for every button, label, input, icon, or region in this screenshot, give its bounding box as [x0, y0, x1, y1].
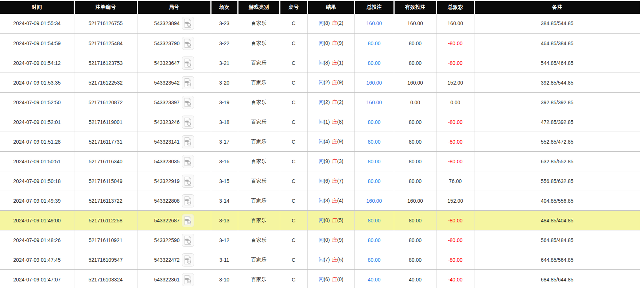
cell-remark: 552.85/472.85: [474, 132, 640, 152]
cell-time: 2024-07-09 01:53:35: [0, 73, 74, 93]
result-banker-score: (5): [337, 257, 344, 262]
cell-session: 3-23: [211, 14, 238, 34]
result-banker-score: (9): [337, 40, 344, 46]
video-replay-button[interactable]: [182, 135, 194, 148]
table-row[interactable]: 2024-07-09 01:53:35 521716122532 5433235…: [0, 73, 640, 93]
cell-total-bet-link[interactable]: 80.00: [354, 152, 394, 171]
video-replay-button[interactable]: [182, 214, 194, 227]
cell-result: 闲(7)庄(5): [307, 250, 354, 270]
cell-session: 3-18: [211, 112, 238, 132]
video-replay-icon: [183, 137, 192, 147]
result-player-score: (0): [323, 40, 330, 46]
cell-total-bet-link[interactable]: 80.00: [354, 250, 394, 270]
round-number: 543322687: [154, 218, 179, 223]
video-replay-button[interactable]: [182, 234, 194, 247]
cell-total-bet-link[interactable]: 80.00: [354, 230, 394, 250]
header-round-number: 局号: [137, 1, 211, 14]
cell-round-number: 543323246: [137, 112, 211, 132]
table-row[interactable]: 2024-07-09 01:52:50 521716120872 5433233…: [0, 93, 640, 112]
video-replay-icon: [183, 98, 192, 107]
cell-time: 2024-07-09 01:52:01: [0, 112, 74, 132]
table-row[interactable]: 2024-07-09 01:50:18 521716115049 5433229…: [0, 171, 640, 191]
result-player-score: (0): [323, 237, 330, 243]
result-banker-score: (8): [337, 119, 344, 125]
cell-total-bet-link[interactable]: 80.00: [354, 112, 394, 132]
table-row[interactable]: 2024-07-09 01:55:34 521716126755 5433238…: [0, 14, 640, 34]
table-row[interactable]: 2024-07-09 01:49:00 521716112258 5433226…: [0, 211, 640, 230]
table-row[interactable]: 2024-07-09 01:54:12 521716123753 5433236…: [0, 53, 640, 73]
table-header: 时间 注单编号 局号 场次 游戏类别 桌号 结果 总投注 有效投注 总派彩 备注: [0, 1, 640, 14]
video-replay-button[interactable]: [182, 194, 194, 207]
result-banker-label: 庄: [332, 60, 337, 66]
cell-total-bet-link[interactable]: 80.00: [354, 211, 394, 230]
video-replay-icon: [183, 196, 192, 206]
round-number: 543323542: [154, 80, 179, 86]
round-number: 543322361: [154, 277, 179, 283]
cell-total-bet-link[interactable]: 80.00: [354, 53, 394, 73]
video-replay-button[interactable]: [182, 96, 194, 109]
round-number: 543323035: [154, 159, 179, 164]
cell-result: 闲(6)庄(7): [307, 171, 354, 191]
result-banker-label: 庄: [332, 139, 337, 144]
video-replay-button[interactable]: [182, 253, 194, 266]
cell-total-bet-link[interactable]: 160.00: [354, 14, 394, 34]
result-player-score: (2): [323, 99, 330, 105]
table-body: 2024-07-09 01:55:34 521716126755 5433238…: [0, 14, 640, 288]
table-row[interactable]: 2024-07-09 01:48:26 521716110921 5433225…: [0, 230, 640, 250]
video-replay-button[interactable]: [182, 116, 194, 129]
cell-total-bet-link[interactable]: 80.00: [354, 171, 394, 191]
cell-game-type: 百家乐: [238, 53, 280, 73]
cell-table-number: C: [280, 270, 307, 288]
result-player-score: (1): [323, 119, 330, 125]
cell-total-payout: 152.00: [437, 191, 474, 211]
round-number: 543323141: [154, 139, 179, 145]
result-player-score: (0): [323, 217, 330, 223]
cell-remark: 484.85/404.85: [474, 211, 640, 230]
result-banker-label: 庄: [332, 20, 337, 26]
cell-time: 2024-07-09 01:50:18: [0, 171, 74, 191]
cell-time: 2024-07-09 01:47:45: [0, 250, 74, 270]
cell-total-bet-link[interactable]: 160.00: [354, 73, 394, 93]
cell-round-number: 543323035: [137, 152, 211, 171]
cell-total-payout: -80.00: [437, 112, 474, 132]
result-banker-label: 庄: [332, 158, 337, 164]
video-replay-button[interactable]: [182, 76, 194, 89]
video-replay-button[interactable]: [182, 155, 194, 168]
table-row[interactable]: 2024-07-09 01:50:51 521716116340 5433230…: [0, 152, 640, 171]
result-player-label: 闲: [318, 119, 323, 125]
video-replay-button[interactable]: [182, 57, 194, 70]
cell-time: 2024-07-09 01:54:59: [0, 34, 74, 53]
cell-time: 2024-07-09 01:55:34: [0, 14, 74, 34]
table-row[interactable]: 2024-07-09 01:47:07 521716108324 5433223…: [0, 270, 640, 288]
video-replay-icon: [183, 78, 192, 87]
cell-total-bet-link[interactable]: 80.00: [354, 34, 394, 53]
cell-game-type: 百家乐: [238, 230, 280, 250]
result-player-score: (3): [323, 198, 330, 203]
cell-total-bet-link[interactable]: 80.00: [354, 132, 394, 152]
cell-total-bet-link[interactable]: 160.00: [354, 191, 394, 211]
video-replay-button[interactable]: [182, 37, 194, 50]
cell-table-number: C: [280, 34, 307, 53]
result-player-label: 闲: [318, 20, 323, 26]
cell-time: 2024-07-09 01:51:28: [0, 132, 74, 152]
cell-total-bet-link[interactable]: 160.00: [354, 93, 394, 112]
header-total-bet: 总投注: [354, 1, 394, 14]
cell-table-number: C: [280, 14, 307, 34]
cell-session: 3-16: [211, 152, 238, 171]
video-replay-button[interactable]: [182, 273, 194, 286]
cell-total-bet-link[interactable]: 40.00: [354, 270, 394, 288]
table-row[interactable]: 2024-07-09 01:52:01 521716119001 5433232…: [0, 112, 640, 132]
video-replay-button[interactable]: [182, 17, 194, 30]
result-banker-label: 庄: [332, 119, 337, 125]
cell-round-number: 543322919: [137, 171, 211, 191]
cell-result: 闲(0)庄(9): [307, 230, 354, 250]
cell-session: 3-19: [211, 93, 238, 112]
table-row[interactable]: 2024-07-09 01:54:59 521716125484 5433237…: [0, 34, 640, 53]
cell-session: 3-14: [211, 191, 238, 211]
video-replay-button[interactable]: [182, 175, 194, 188]
header-valid-bet: 有效投注: [394, 1, 437, 14]
table-row[interactable]: 2024-07-09 01:49:39 521716113722 5433228…: [0, 191, 640, 211]
table-row[interactable]: 2024-07-09 01:47:45 521716109547 5433224…: [0, 250, 640, 270]
table-row[interactable]: 2024-07-09 01:51:28 521716117731 5433231…: [0, 132, 640, 152]
cell-table-number: C: [280, 53, 307, 73]
